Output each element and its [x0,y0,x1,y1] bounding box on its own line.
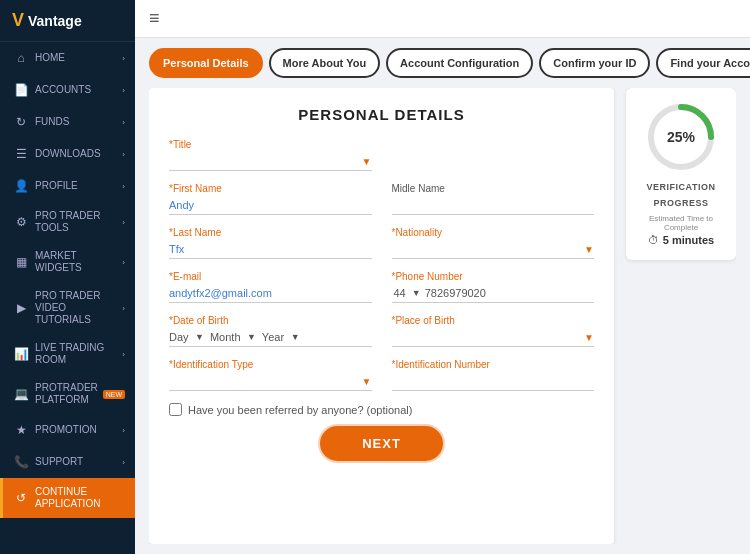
sidebar-item-label: PRO TRADER TOOLS [35,210,122,234]
phone-number-input[interactable] [425,284,594,302]
last-name-col: *Last Name [169,227,372,259]
id-type-dropdown-arrow: ▼ [362,376,372,387]
sidebar-item-label: HOME [35,52,122,64]
sidebar-item-label: MARKET WIDGETS [35,250,122,274]
sidebar-item-promotion[interactable]: ★ PROMOTION › [0,414,135,446]
id-type-select[interactable] [169,372,362,390]
pob-label: *Place of Birth [392,315,595,326]
profile-icon: 👤 [13,178,29,194]
dob-year-select[interactable]: Year [262,328,285,346]
time-row: ⏱ 5 minutes [648,234,714,246]
sidebar-item-downloads[interactable]: ☰ DOWNLOADS › [0,138,135,170]
tab-account-configuration[interactable]: Account Configuration [386,48,533,78]
email-input[interactable] [169,284,372,303]
pob-col: *Place of Birth ▼ [392,315,595,347]
sidebar-item-profile[interactable]: 👤 PROFILE › [0,170,135,202]
sidebar-item-continue-application[interactable]: ↺ CONTINUE APPLICATION [0,478,135,518]
sidebar-item-home[interactable]: ⌂ HOME › [0,42,135,74]
dob-day-select[interactable]: Day [169,328,189,346]
form-title: PERSONAL DETAILS [169,106,594,123]
sidebar-item-label: PROFILE [35,180,122,192]
chevron-icon: › [122,218,125,227]
next-button[interactable]: NEXT [320,426,443,461]
chevron-icon: › [122,54,125,63]
email-col: *E-mail [169,271,372,303]
content-area: Personal Details More About You Account … [135,38,750,554]
time-sublabel: Estimated Time to Complete [636,214,726,232]
referral-checkbox[interactable] [169,403,182,416]
promotion-icon: ★ [13,422,29,438]
nationality-col: *Nationality ▼ [392,227,595,259]
chevron-icon: › [122,258,125,267]
chevron-icon: › [122,458,125,467]
last-nationality-row: *Last Name *Nationality ▼ [169,227,594,259]
tab-more-about-you[interactable]: More About You [269,48,381,78]
tab-confirm-id[interactable]: Confirm your ID [539,48,650,78]
dob-month-arrow: ▼ [247,332,256,342]
circle-progress: 25% [646,102,716,172]
pob-select[interactable] [392,328,585,346]
sidebar-item-pro-trader-video[interactable]: ▶ PRO TRADER VIDEO TUTORIALS › [0,282,135,334]
dob-label: *Date of Birth [169,315,372,326]
nationality-dropdown-arrow: ▼ [584,244,594,255]
first-name-label: *First Name [169,183,372,194]
title-select-wrap: Mr Mrs Ms Dr ▼ [169,152,372,171]
middle-name-label: Midle Name [392,183,595,194]
first-name-input[interactable] [169,196,372,215]
logo: V Vantage [0,0,135,42]
sidebar-item-accounts[interactable]: 📄 ACCOUNTS › [0,74,135,106]
pob-select-wrap: ▼ [392,328,595,347]
form-card: PERSONAL DETAILS *Title Mr Mrs Ms [149,88,614,544]
home-icon: ⌂ [13,50,29,66]
funds-icon: ↻ [13,114,29,130]
nationality-select[interactable] [392,240,585,258]
tab-find-account[interactable]: Find your Account [656,48,750,78]
title-select[interactable]: Mr Mrs Ms Dr [169,152,362,170]
id-number-input[interactable] [392,372,595,391]
phone-code: 44 [392,284,408,302]
email-label: *E-mail [169,271,372,282]
chevron-icon: › [122,182,125,191]
dob-day-arrow: ▼ [195,332,204,342]
email-phone-row: *E-mail *Phone Number 44 ▼ [169,271,594,303]
last-name-label: *Last Name [169,227,372,238]
phone-label: *Phone Number [392,271,595,282]
progress-card: 25% VERIFICATION PROGRESS Estimated Time… [626,88,736,260]
nationality-select-wrap: ▼ [392,240,595,259]
referral-row: Have you been referred by anyone? (optio… [169,403,594,416]
sidebar: V Vantage ⌂ HOME › 📄 ACCOUNTS › ↻ FUNDS … [0,0,135,554]
sidebar-item-label: PRO TRADER VIDEO TUTORIALS [35,290,122,326]
sidebar-item-live-trading[interactable]: 📊 LIVE TRADING ROOM › [0,334,135,374]
middle-name-input[interactable] [392,196,595,215]
sidebar-item-support[interactable]: 📞 SUPPORT › [0,446,135,478]
sidebar-item-market-widgets[interactable]: ▦ MARKET WIDGETS › [0,242,135,282]
dob-col: *Date of Birth Day ▼ Month ▼ Year [169,315,372,347]
id-row: *Identification Type ▼ *Identification N… [169,359,594,391]
progress-percentage: 25% [667,129,695,145]
support-icon: 📞 [13,454,29,470]
middle-name-col: Midle Name [392,183,595,215]
time-value: 5 minutes [663,234,714,246]
id-type-label: *Identification Type [169,359,372,370]
sidebar-item-label: CONTINUE APPLICATION [35,486,125,510]
phone-row: 44 ▼ [392,284,595,303]
accounts-icon: 📄 [13,82,29,98]
tab-personal-details[interactable]: Personal Details [149,48,263,78]
title-dropdown-arrow: ▼ [362,156,372,167]
title-row: *Title Mr Mrs Ms Dr ▼ [169,139,594,171]
id-number-col: *Identification Number [392,359,595,391]
phone-col: *Phone Number 44 ▼ [392,271,595,303]
dob-selects: Day ▼ Month ▼ Year ▼ [169,328,372,347]
sidebar-item-funds[interactable]: ↻ FUNDS › [0,106,135,138]
dob-month-select[interactable]: Month [210,328,241,346]
continue-icon: ↺ [13,490,29,506]
sidebar-item-protrader-platform[interactable]: 💻 PROTRADER PLATFORM NEW [0,374,135,414]
hamburger-icon[interactable]: ≡ [149,8,160,29]
chevron-icon: › [122,86,125,95]
referral-label: Have you been referred by anyone? (optio… [188,404,412,416]
id-number-label: *Identification Number [392,359,595,370]
sidebar-item-pro-trader-tools[interactable]: ⚙ PRO TRADER TOOLS › [0,202,135,242]
chevron-icon: › [122,304,125,313]
vantage-v-icon: V [12,10,24,31]
last-name-input[interactable] [169,240,372,259]
